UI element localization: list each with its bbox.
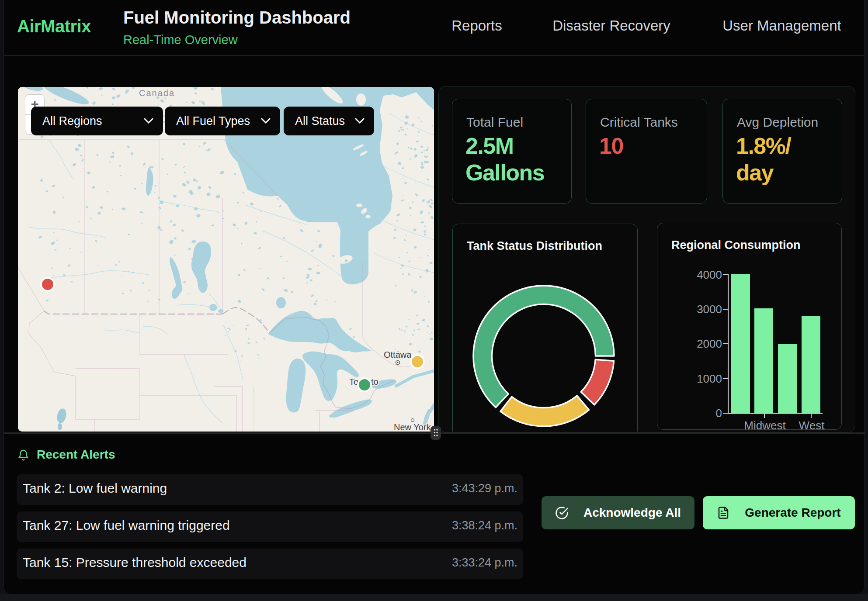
svg-text:Ottawa: Ottawa [384,350,412,359]
svg-text:1000: 1000 [697,372,722,385]
svg-text:New York: New York [394,422,431,432]
svg-text:3000: 3000 [697,303,722,316]
svg-text:West: West [799,419,825,430]
svg-text:2000: 2000 [697,337,722,350]
svg-text:Midwest: Midwest [744,419,786,430]
svg-text:Canada: Canada [139,88,175,98]
svg-text:4000: 4000 [697,268,722,281]
svg-text:0: 0 [716,407,722,420]
